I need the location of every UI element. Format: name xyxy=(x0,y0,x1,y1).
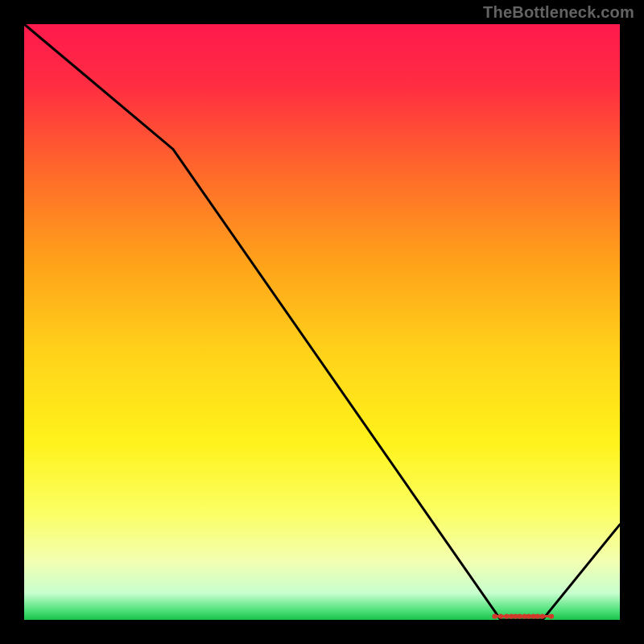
bottom-marker-dot xyxy=(526,613,531,618)
bottom-marker-dot xyxy=(535,613,540,618)
chart-canvas: TheBottleneck.com xyxy=(0,0,644,644)
bottom-marker-dot xyxy=(504,613,509,618)
chart-svg xyxy=(0,0,644,644)
bottom-marker-dot xyxy=(549,613,554,618)
bottom-marker-dot xyxy=(492,613,497,618)
plot-area xyxy=(24,24,620,620)
watermark-text: TheBottleneck.com xyxy=(483,3,634,22)
bottom-marker-dot xyxy=(540,613,545,618)
bottom-marker-dot xyxy=(498,613,503,618)
bottom-marker-dot xyxy=(518,613,522,618)
